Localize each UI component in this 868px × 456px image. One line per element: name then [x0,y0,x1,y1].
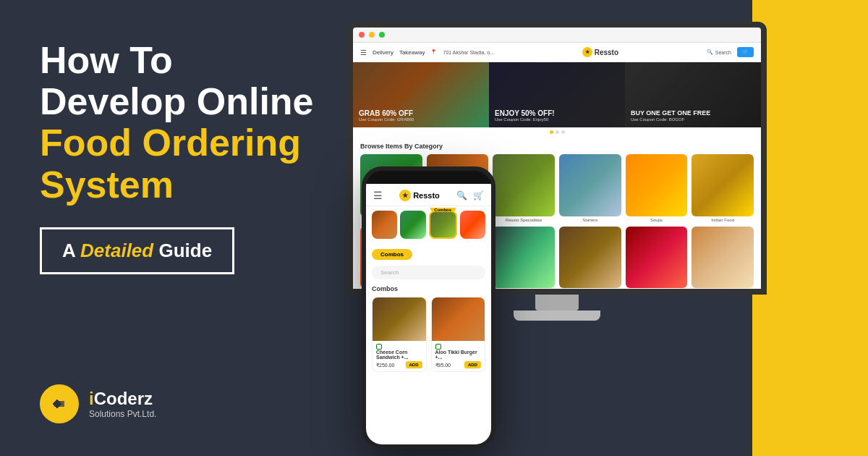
app-cart-icon[interactable]: 🛒 [473,190,484,200]
headline-line3: System [40,164,174,206]
cat-row2-6[interactable] [692,227,754,289]
nav-cart[interactable]: 🛒 [737,47,754,57]
banner-2-title: ENJOY 50% OFF! [495,109,555,117]
search-placeholder: Search [380,269,399,276]
cat-indian-food[interactable]: Indian Food [692,154,754,222]
phone-mockup: ☰ ★ Ressto 🔍 🛒 [362,166,495,449]
banner-1-text: GRAB 60% OFF Use Coupon Code: GRAB60 [359,109,414,122]
phone-notch [407,171,451,184]
phone-section-header: Combos [366,282,491,294]
svg-text:≫: ≫ [54,400,61,408]
cat-row2-3-img [493,227,555,289]
add-button-1[interactable]: ADD [406,361,422,368]
cat-row2-6-img [692,227,754,289]
brand-logo: ≫ [40,384,79,423]
cat-indian-img [692,154,754,216]
thumb-1 [372,211,397,239]
food-card-2-img [432,297,485,341]
cat-row2-4-img [559,227,621,289]
phone-screen: ☰ ★ Ressto 🔍 🛒 [366,184,491,444]
brand-name-text: iCoderz [89,389,156,409]
banner-3-title: BUY ONE GET ONE FREE [631,109,710,117]
brand-prefix: i [89,389,94,408]
brand-logo-icon: ≫ [46,390,73,418]
brand-rest: Coderz [94,389,153,408]
banner-1-title: GRAB 60% OFF [359,109,414,117]
app-logo-star: ★ [402,192,408,199]
brand-tagline: Solutions Pvt.Ltd. [89,409,156,419]
dot-2[interactable] [556,130,559,134]
veg-badge-1 [376,344,382,350]
monitor-stand [535,295,579,311]
search-icon-nav: 🔍 [707,49,713,55]
cat-row2-5[interactable] [626,227,688,289]
veg-badge-2 [435,344,441,350]
app-logo: ★ Ressto [399,190,440,201]
browser-chrome [353,28,761,43]
location-icon: 📍 [430,49,437,55]
cat-soups[interactable]: Soups [626,154,688,222]
thumb-2 [400,211,425,239]
hamburger-icon[interactable]: ☰ [360,48,367,56]
cat-ressto-specialities[interactable]: Ressto Specialities [493,154,555,222]
category-tab-row: Combos [366,243,491,263]
dot-3[interactable] [561,130,565,134]
dot-1[interactable] [550,130,553,134]
food-card-1-name: Cheese Corn Sandwich +... [376,350,422,360]
nav-search[interactable]: 🔍 Search [707,49,731,55]
cat-indian-label: Indian Food [692,218,754,222]
food-card-2[interactable]: Aloo Tikki Burger +... ₹95.00 ADD [431,297,486,372]
banner-dots [353,127,761,137]
banner-2[interactable]: ENJOY 50% OFF! Use Coupon Code: Enjoy50 [489,62,625,127]
nav-logo-symbol: ★ [585,49,590,55]
cat-row2-3[interactable] [493,227,555,289]
subtitle-text: A Detailed Guide [62,240,212,261]
brand-name-container: iCoderz Solutions Pvt.Ltd. [89,389,156,419]
browser-dot-yellow [369,32,375,38]
site-navbar: ☰ Delivery Takeaway 📍 701 Akshar Stadia,… [353,43,761,62]
nav-search-label: Search [715,50,731,55]
add-button-2[interactable]: ADD [464,361,481,368]
browser-dot-green [379,32,385,38]
active-category-tab[interactable]: Combos [372,249,412,260]
banner-2-text: ENJOY 50% OFF! Use Coupon Code: Enjoy50 [495,109,555,122]
browser-dot-red [359,32,365,38]
monitor-base [514,311,600,321]
food-card-1-info: Cheese Corn Sandwich +... ₹250.00 ADD [373,341,426,371]
app-header: ☰ ★ Ressto 🔍 🛒 [366,184,491,206]
subtitle-box: A Detailed Guide [40,227,234,274]
thumb-4 [460,211,485,239]
thumb-3-active[interactable]: Combos [429,211,457,239]
right-panel: ☰ Delivery Takeaway 📍 701 Akshar Stadia,… [347,0,868,456]
headline-line2: Food Ordering [40,122,301,164]
food-card-1-img [373,297,426,341]
cat-row2-5-img [626,227,688,289]
cat-ressto-img [493,154,555,216]
headline-section: How To Develop Online Food Ordering Syst… [40,40,315,274]
cat-starters[interactable]: Starters [559,154,621,222]
cat-starters-img [559,154,621,216]
site-banners: GRAB 60% OFF Use Coupon Code: GRAB60 ENJ… [353,62,761,127]
food-card-2-name: Aloo Tikki Burger +... [435,350,482,360]
nav-links: Delivery Takeaway [373,49,425,56]
app-search-icon[interactable]: 🔍 [456,190,467,200]
left-panel: How To Develop Online Food Ordering Syst… [0,0,347,456]
combos-label: Combos [430,208,456,212]
section-title: Browse Items By Category [360,143,754,150]
food-card-1[interactable]: Cheese Corn Sandwich +... ₹250.00 ADD [372,297,427,372]
headline-line1: How To Develop Online [40,39,314,122]
cat-soups-img [626,154,688,216]
phone-search-bar[interactable]: Search [372,266,485,279]
app-hamburger-icon[interactable]: ☰ [373,190,383,201]
cat-soups-label: Soups [626,218,688,222]
cat-starters-label: Starters [559,218,621,222]
cat-row2-4[interactable] [559,227,621,289]
food-card-2-info: Aloo Tikki Burger +... ₹95.00 ADD [432,341,485,371]
nav-delivery[interactable]: Delivery [373,49,393,56]
nav-logo-text: Ressto [595,48,618,56]
banner-3[interactable]: BUY ONE GET ONE FREE Use Coupon Code: BO… [625,62,761,127]
banner-1[interactable]: GRAB 60% OFF Use Coupon Code: GRAB60 [353,62,489,127]
nav-location: 701 Akshar Stadia, o... [443,50,493,55]
nav-takeaway[interactable]: Takeaway [399,49,425,56]
nav-logo-icon: ★ [582,47,592,57]
